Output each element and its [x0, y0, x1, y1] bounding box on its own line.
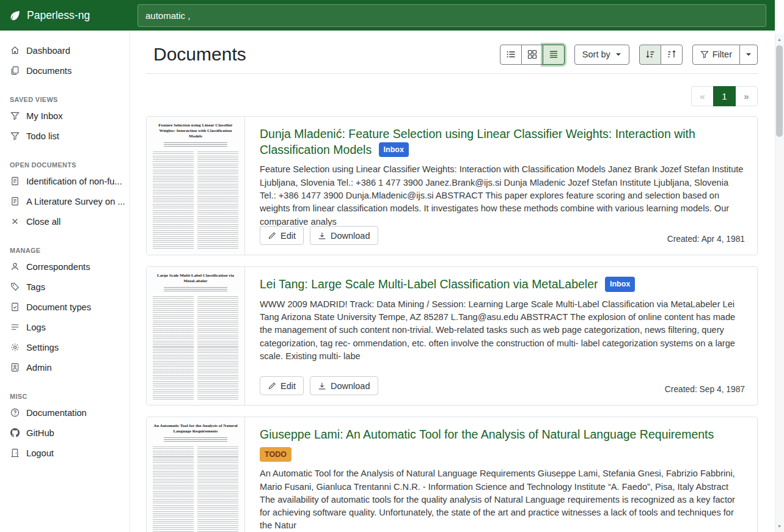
- chevron-down-icon: [746, 51, 752, 57]
- close-icon: [10, 217, 20, 226]
- download-button-label: Download: [331, 231, 370, 241]
- document-card: Large Scale Multi-Label Classification v…: [146, 266, 758, 406]
- question-circle-icon: [10, 408, 20, 417]
- document-card-footer: Edit Download Created: Apr 4, 1981: [260, 226, 745, 245]
- document-thumbnail[interactable]: Large Scale Multi-Label Classification v…: [147, 267, 245, 405]
- scroll-up-arrow-icon[interactable]: ▲: [775, 35, 784, 44]
- sidebar-item-label: Documentation: [26, 408, 87, 418]
- sidebar-item-label: My Inbox: [26, 111, 63, 121]
- main-content: Documents Sort by: [130, 31, 775, 532]
- file-text-icon: [10, 177, 20, 186]
- files-icon: [10, 66, 20, 75]
- document-thumbnail[interactable]: An Automatic Tool for the Analysis of Na…: [147, 417, 245, 532]
- view-switcher: [500, 45, 565, 65]
- sidebar-item-documents[interactable]: Documents: [0, 60, 130, 81]
- pencil-icon: [268, 231, 276, 240]
- thumbnail-title: Feature Selection using Linear Classifie…: [153, 123, 238, 139]
- funnel-icon: [10, 131, 20, 140]
- document-excerpt: An Automatic Tool for the Analysis of Na…: [260, 467, 745, 532]
- app-brand[interactable]: Paperless-ng: [0, 0, 130, 31]
- sidebar-item-logout[interactable]: Logout: [0, 443, 130, 463]
- page-scrollbar[interactable]: ▲ ▼: [775, 0, 784, 532]
- document-title-link[interactable]: Dunja Mladenić: Feature Selection using …: [260, 127, 695, 156]
- download-icon: [318, 382, 326, 390]
- view-list-button[interactable]: [500, 45, 522, 65]
- global-search-input[interactable]: [137, 4, 766, 27]
- sidebar-item-label: Documents: [26, 66, 71, 76]
- sidebar-item-tags[interactable]: Tags: [0, 277, 130, 297]
- list-icon: [10, 322, 20, 332]
- sidebar: Dashboard Documents SAVED VIEWS My Inbox…: [0, 31, 130, 532]
- document-card-footer: Edit Download Created: Sep 4, 1987: [260, 376, 745, 395]
- sidebar-item-logs[interactable]: Logs: [0, 317, 130, 337]
- document-excerpt: WWW 2009 MADRID! Track: Data Mining / Se…: [260, 298, 745, 363]
- sidebar-section-misc: MISC: [10, 393, 120, 400]
- download-button-label: Download: [331, 381, 370, 391]
- sidebar-item-my-inbox[interactable]: My Inbox: [0, 106, 130, 126]
- sort-down-icon: [645, 49, 655, 59]
- download-button[interactable]: Download: [310, 376, 378, 395]
- sidebar-item-documentation[interactable]: Documentation: [0, 403, 130, 423]
- filter-button[interactable]: Filter: [692, 45, 740, 65]
- sidebar-item-label: Close all: [26, 217, 60, 227]
- sidebar-item-document-types[interactable]: Document types: [0, 297, 130, 317]
- document-thumbnail[interactable]: Feature Selection using Linear Classifie…: [147, 117, 245, 255]
- pagination-next-button[interactable]: »: [735, 86, 758, 106]
- sidebar-item-github[interactable]: GitHub: [0, 423, 130, 443]
- pagination-page-1-button[interactable]: 1: [713, 86, 736, 106]
- download-button[interactable]: Download: [310, 226, 378, 245]
- file-check-icon: [10, 302, 20, 312]
- view-grid-button[interactable]: [521, 45, 543, 65]
- sidebar-section-manage: MANAGE: [10, 247, 120, 254]
- gear-icon: [10, 343, 20, 352]
- document-card-body: Dunja Mladenić: Feature Selection using …: [245, 117, 757, 255]
- document-card-body: Giuseppe Lami: An Automatic Tool for the…: [245, 417, 757, 532]
- sidebar-item-admin[interactable]: Admin: [0, 357, 130, 377]
- sort-descending-button[interactable]: [639, 45, 661, 65]
- document-card: An Automatic Tool for the Analysis of Na…: [146, 417, 758, 532]
- filter-group: Filter: [692, 45, 758, 65]
- view-details-button[interactable]: [543, 45, 565, 65]
- tag-badge-inbox[interactable]: Inbox: [379, 142, 409, 158]
- tag-badge-todo[interactable]: TODO: [260, 447, 291, 462]
- funnel-icon: [700, 50, 709, 59]
- sidebar-item-todo-list[interactable]: Todo list: [0, 126, 130, 146]
- scroll-down-arrow-icon[interactable]: ▼: [775, 522, 784, 531]
- sort-ascending-button[interactable]: [661, 45, 683, 65]
- edit-button[interactable]: Edit: [260, 226, 304, 245]
- sidebar-item-close-all[interactable]: Close all: [0, 211, 130, 231]
- sort-direction-group: [639, 45, 683, 65]
- scrollbar-thumb[interactable]: [776, 45, 783, 137]
- pencil-icon: [268, 382, 276, 390]
- door-icon: [10, 448, 20, 457]
- sidebar-item-label: Admin: [26, 363, 52, 373]
- sidebar-item-dashboard[interactable]: Dashboard: [0, 40, 130, 60]
- sidebar-section-saved-views: SAVED VIEWS: [10, 96, 120, 103]
- edit-button[interactable]: Edit: [260, 376, 304, 395]
- document-title-link[interactable]: Giuseppe Lami: An Automatic Tool for the…: [260, 428, 714, 441]
- person-icon: [10, 262, 20, 271]
- document-list: Feature Selection using Linear Classifie…: [146, 116, 758, 532]
- thumbnail-authors-lines: [164, 287, 227, 292]
- justify-list-icon: [549, 49, 559, 59]
- tag-badge-inbox[interactable]: Inbox: [605, 277, 635, 292]
- filter-dropdown-toggle[interactable]: [739, 45, 758, 65]
- download-icon: [318, 231, 326, 240]
- sidebar-item-label: GitHub: [26, 428, 54, 438]
- sidebar-item-settings[interactable]: Settings: [0, 337, 130, 357]
- app-title: Paperless-ng: [27, 9, 90, 22]
- document-excerpt: Feature Selection using Linear Classifie…: [260, 163, 745, 226]
- sidebar-item-correspondents[interactable]: Correspondents: [0, 257, 130, 277]
- page-header: Documents Sort by: [146, 44, 758, 74]
- sidebar-item-open-doc-1[interactable]: Identification of non-fu...: [0, 171, 130, 191]
- document-title-link[interactable]: Lei Tang: Large Scale Multi-Label Classi…: [260, 277, 598, 291]
- sidebar-item-open-doc-2[interactable]: A Literature Survey on ...: [0, 191, 130, 211]
- thumbnail-text-lines: [153, 446, 238, 532]
- sort-by-button[interactable]: Sort by: [574, 45, 629, 65]
- thumbnail-authors-lines: [164, 437, 227, 442]
- house-icon: [10, 46, 20, 55]
- pagination-prev-button[interactable]: «: [691, 86, 714, 106]
- thumbnail-title: An Automatic Tool for the Analysis of Na…: [153, 423, 238, 434]
- page-title: Documents: [153, 44, 246, 65]
- sort-up-icon: [667, 49, 676, 59]
